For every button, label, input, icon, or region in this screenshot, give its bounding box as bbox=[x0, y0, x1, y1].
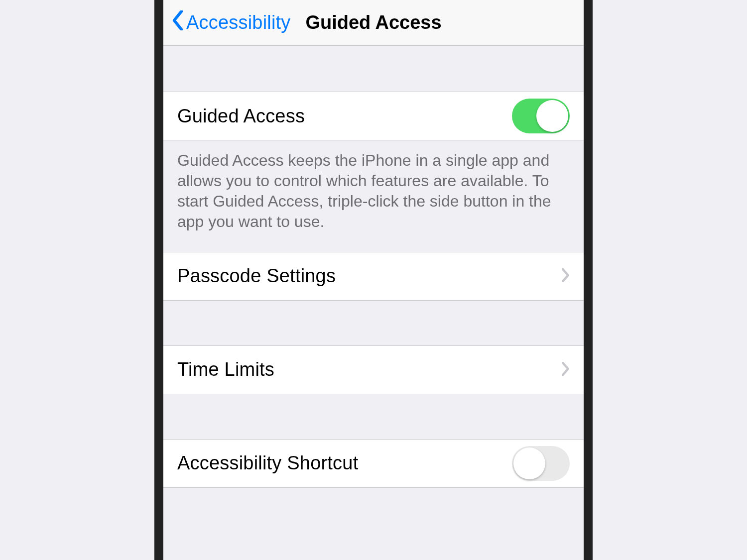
page-title: Guided Access bbox=[305, 12, 441, 33]
time-limits-label: Time Limits bbox=[177, 359, 274, 380]
chevron-left-icon bbox=[172, 10, 186, 35]
back-button-label: Accessibility bbox=[186, 12, 291, 33]
chevron-right-icon bbox=[562, 268, 570, 284]
settings-screen: Accessibility Guided Access Guided Acces… bbox=[154, 0, 593, 560]
guided-access-label: Guided Access bbox=[177, 106, 305, 127]
guided-access-description: Guided Access keeps the iPhone in a sing… bbox=[163, 140, 584, 252]
guided-access-toggle[interactable] bbox=[512, 99, 570, 133]
guided-access-row: Guided Access bbox=[163, 92, 584, 140]
accessibility-shortcut-row: Accessibility Shortcut bbox=[163, 439, 584, 488]
accessibility-shortcut-label: Accessibility Shortcut bbox=[177, 452, 358, 474]
section-gap bbox=[163, 46, 584, 92]
section-gap bbox=[163, 301, 584, 345]
chevron-right-icon bbox=[562, 362, 570, 378]
section-gap bbox=[163, 394, 584, 439]
back-button[interactable]: Accessibility bbox=[172, 10, 291, 35]
time-limits-row[interactable]: Time Limits bbox=[163, 345, 584, 394]
navbar: Accessibility Guided Access bbox=[163, 0, 584, 46]
passcode-settings-row[interactable]: Passcode Settings bbox=[163, 252, 584, 301]
passcode-settings-label: Passcode Settings bbox=[177, 265, 336, 287]
accessibility-shortcut-toggle[interactable] bbox=[512, 446, 570, 481]
